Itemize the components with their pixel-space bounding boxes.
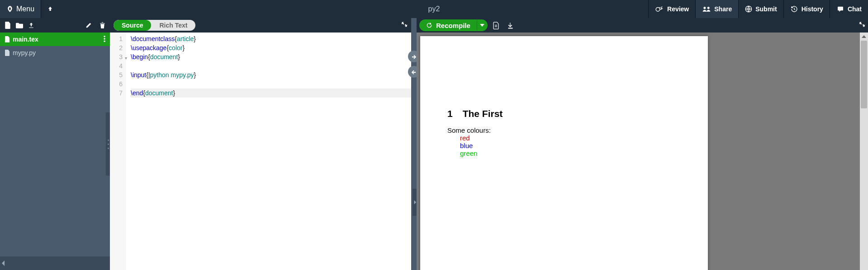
scroll-up-button[interactable] [860,33,868,41]
file-item-mypy-py[interactable]: mypy.py [0,46,110,60]
pdf-body-text: Some colours: [447,126,681,134]
expand-icon [859,21,865,28]
file-menu-button[interactable] [104,36,105,43]
chevron-right-icon [413,200,416,205]
filetree-bottom-handle[interactable] [0,256,110,270]
pdf-section-heading: 1The First [447,108,681,119]
menu-label: Menu [16,5,34,13]
overleaf-logo-icon [6,5,14,13]
refresh-icon [426,22,433,29]
editor-toolbar: Source Rich Text [110,18,411,33]
preview-fullscreen-button[interactable] [859,21,865,29]
svg-point-4 [104,36,105,37]
code-line[interactable]: \usepackage{color} [131,43,411,52]
chevron-up-icon [862,35,866,38]
code-line[interactable]: \input{|python mypy.py} [131,70,411,79]
tab-richtext[interactable]: Rich Text [151,20,195,31]
editor-fullscreen-button[interactable] [401,21,408,29]
folder-icon [16,22,23,28]
svg-point-6 [104,40,105,42]
chevron-down-icon [480,24,484,27]
history-button[interactable]: History [783,0,830,18]
recompile-button[interactable]: Recompile [419,19,488,31]
svg-point-1 [704,7,706,9]
dots-vertical-icon [104,36,105,42]
code-line[interactable]: \begin{document} [131,52,411,61]
top-toolbar: Menu py2 Review Share Submit History Cha… [0,0,868,18]
line-gutter: 123▾4567 [110,33,126,270]
new-file-button[interactable] [3,20,13,31]
globe-icon [745,5,752,13]
download-pdf-button[interactable] [505,19,517,31]
code-line[interactable] [131,61,411,70]
rename-button[interactable] [84,20,94,31]
download-icon [507,22,514,29]
upload-icon [28,22,34,29]
upload-arrow-icon [47,6,53,12]
svg-point-2 [707,7,710,9]
arrow-left-icon [411,69,417,75]
review-button[interactable]: Review [648,0,695,18]
up-level-button[interactable] [41,0,59,18]
chat-icon [836,5,844,13]
code-line[interactable] [131,79,411,88]
panel-separator[interactable] [411,18,417,270]
scrollbar-thumb[interactable] [861,41,867,108]
file-item-main-tex[interactable]: main.tex [0,33,110,46]
code-editor[interactable]: 123▾4567 \documentclass{article}\usepack… [110,33,411,270]
submit-button[interactable]: Submit [738,0,783,18]
expand-icon [401,21,408,28]
tab-source[interactable]: Source [114,20,151,31]
pencil-icon [85,22,92,28]
history-icon [790,5,798,13]
pdf-colour-text: red [460,134,681,142]
review-icon [655,5,664,13]
file-name: main.tex [13,36,38,43]
new-folder-button[interactable] [14,20,24,31]
pdf-viewport[interactable]: 1The First Some colours: redbluegreen [417,33,868,270]
project-title[interactable]: py2 [428,5,440,13]
file-icon [5,36,10,42]
delete-button[interactable] [97,20,107,31]
chevron-left-icon [2,261,5,266]
trash-icon [100,22,105,29]
editor-panel: Source Rich Text 123▾4567 \documentclass… [110,18,411,270]
file-text-icon [493,22,499,29]
file-icon [5,22,11,29]
recompile-dropdown[interactable] [477,19,488,31]
menu-button[interactable]: Menu [0,0,41,18]
view-logs-button[interactable] [490,19,502,31]
chat-button[interactable]: Chat [830,0,868,18]
share-icon [702,5,711,13]
code-line[interactable]: \documentclass{article} [131,34,411,43]
editor-mode-tabs: Source Rich Text [114,20,195,31]
file-tree-toolbar [0,18,110,33]
pdf-preview-panel: Recompile 1The First Some colours [417,18,868,270]
upload-file-button[interactable] [26,20,36,31]
file-tree-panel: main.texmypy.py [0,18,110,270]
svg-point-5 [104,38,105,40]
file-icon [5,50,10,56]
preview-toolbar: Recompile [417,18,868,33]
file-name: mypy.py [13,49,36,56]
pdf-page: 1The First Some colours: redbluegreen [420,36,708,270]
share-button[interactable]: Share [695,0,738,18]
arrow-right-icon [411,53,417,60]
pdf-colour-text: green [460,149,681,157]
code-line[interactable]: \end{document} [131,88,411,98]
svg-point-0 [656,7,660,11]
pdf-colour-text: blue [460,142,681,149]
preview-scrollbar[interactable] [860,33,868,270]
